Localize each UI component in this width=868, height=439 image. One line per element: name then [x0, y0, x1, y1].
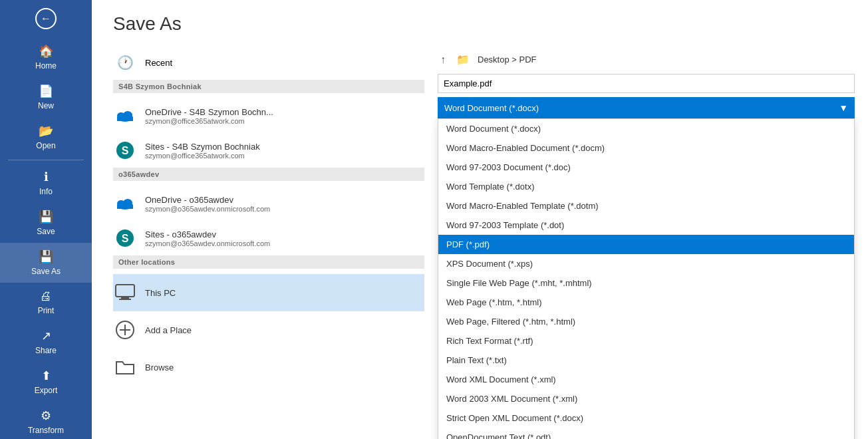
save-as-icon: 💾 [39, 249, 53, 264]
filetype-select-container: Word Document (*.docx) ▼ Word Document (… [438, 97, 855, 118]
dropdown-item-strict-xml[interactable]: Strict Open XML Document (*.docx) [438, 408, 854, 428]
section-label-o365: o365awdev [113, 168, 424, 181]
location-onedrive-s4b[interactable]: OneDrive - S4B Szymon Bochn... szymon@of… [113, 98, 424, 133]
back-circle-icon: ← [35, 8, 57, 29]
location-name: Browse [145, 363, 174, 372]
dropdown-item-plain-text[interactable]: Plain Text (*.txt) [438, 351, 854, 370]
sites-s4b-text: Sites - S4B Szymon Bochniak szymon@offic… [145, 142, 260, 160]
nav-folder-button[interactable]: 📁 [454, 52, 472, 67]
page-title: Save As [92, 0, 868, 45]
sidebar-item-info[interactable]: ℹ Info [0, 163, 92, 203]
add-place-icon [113, 318, 137, 342]
sidebar-item-label: Transform [28, 426, 64, 435]
location-onedrive-o365[interactable]: OneDrive - o365awdev szymon@o365awdev.on… [113, 186, 424, 221]
svg-text:S: S [122, 145, 129, 156]
dropdown-item-word-macro-template[interactable]: Word Macro-Enabled Template (*.dotm) [438, 196, 854, 216]
location-email: szymon@o365awdev.onmicrosoft.com [145, 205, 270, 213]
dropdown-item-word-97-2003[interactable]: Word 97-2003 Document (*.doc) [438, 158, 854, 177]
print-icon: 🖨 [40, 289, 52, 303]
filetype-dropdown: Word Document (*.docx) Word Macro-Enable… [438, 118, 855, 439]
sidebar-item-label: Save [37, 227, 55, 236]
sidebar-item-label: Home [35, 61, 57, 71]
location-name: OneDrive - S4B Szymon Bochn... [145, 107, 273, 117]
location-sites-o365[interactable]: S Sites - o365awdev szymon@o365awdev.onm… [113, 221, 424, 255]
cloud-icon [113, 104, 137, 128]
home-icon: 🏠 [39, 44, 53, 59]
dropdown-item-pdf[interactable]: PDF (*.pdf) [438, 235, 854, 254]
sharepoint-icon: S [113, 138, 137, 162]
sidebar-item-open[interactable]: 📂 Open [0, 117, 92, 157]
sites-o365-text: Sites - o365awdev szymon@o365awdev.onmic… [145, 229, 270, 247]
filetype-selected-label: Word Document (*.docx) [444, 103, 539, 113]
dropdown-item-xps[interactable]: XPS Document (*.xps) [438, 254, 854, 273]
location-email: szymon@office365atwork.com [145, 117, 273, 125]
export-icon: ⬆ [41, 368, 51, 383]
onedrive-o365-text: OneDrive - o365awdev szymon@o365awdev.on… [145, 195, 270, 213]
save-icon: 💾 [39, 210, 53, 224]
location-name: Sites - S4B Szymon Bochniak [145, 142, 260, 152]
sidebar-item-share[interactable]: ↗ Share [0, 322, 92, 362]
location-name: Sites - o365awdev [145, 229, 270, 239]
svg-rect-13 [121, 297, 129, 299]
sidebar-divider [8, 160, 84, 160]
dropdown-item-rtf[interactable]: Rich Text Format (*.rtf) [438, 331, 854, 351]
section-label-s4b: S4B Szymon Bochniak [113, 80, 424, 93]
breadcrumb-nav: ↑ 📁 Desktop > PDF [438, 52, 855, 67]
svg-rect-9 [117, 205, 133, 209]
filetype-select-button[interactable]: Word Document (*.docx) ▼ [438, 97, 855, 118]
sidebar-item-label: Save As [31, 267, 61, 276]
sidebar-item-label: Export [35, 386, 58, 395]
svg-rect-14 [119, 299, 131, 300]
svg-text:S: S [122, 233, 129, 244]
main-panel: Save As 🕐 Recent S4B Szymon Bochniak [92, 0, 868, 439]
svg-rect-12 [116, 285, 134, 297]
recent-item[interactable]: 🕐 Recent [113, 45, 424, 80]
location-browse[interactable]: Browse [113, 349, 424, 386]
clock-icon: 🕐 [113, 51, 137, 74]
sidebar-item-export[interactable]: ⬆ Export [0, 362, 92, 402]
transform-icon: ⚙ [41, 408, 51, 423]
dropdown-item-web-page[interactable]: Web Page (*.htm, *.html) [438, 293, 854, 312]
dropdown-item-word-template[interactable]: Word Template (*.dotx) [438, 177, 854, 196]
breadcrumb: Desktop > PDF [478, 55, 537, 65]
location-email: szymon@office365atwork.com [145, 152, 260, 160]
dropdown-item-word-docx[interactable]: Word Document (*.docx) [438, 119, 854, 138]
dropdown-item-web-filtered[interactable]: Web Page, Filtered (*.htm, *.html) [438, 312, 854, 331]
info-icon: ℹ [44, 170, 49, 184]
section-label-other: Other locations [113, 255, 424, 269]
location-email: szymon@o365awdev.onmicrosoft.com [145, 239, 270, 247]
location-sites-s4b[interactable]: S Sites - S4B Szymon Bochniak szymon@off… [113, 133, 424, 168]
content-area: 🕐 Recent S4B Szymon Bochniak OneDrive - … [92, 45, 868, 439]
onedrive-s4b-text: OneDrive - S4B Szymon Bochn... szymon@of… [145, 107, 273, 125]
sidebar-item-save[interactable]: 💾 Save [0, 203, 92, 243]
location-name: OneDrive - o365awdev [145, 195, 270, 205]
sidebar-item-transform[interactable]: ⚙ Transform [0, 402, 92, 439]
open-icon: 📂 [39, 124, 53, 138]
share-icon: ↗ [41, 329, 51, 343]
dropdown-item-word-97-template[interactable]: Word 97-2003 Template (*.dot) [438, 216, 854, 235]
filename-input[interactable] [438, 74, 855, 93]
location-add-place[interactable]: Add a Place [113, 311, 424, 349]
sidebar: ← 🏠 Home 📄 New 📂 Open ℹ Info 💾 Save 💾 Sa… [0, 0, 92, 439]
sidebar-item-label: Open [36, 141, 55, 150]
right-panel: ↑ 📁 Desktop > PDF Word Document (*.docx)… [424, 45, 868, 439]
location-this-pc[interactable]: This PC [113, 274, 424, 311]
sidebar-item-new[interactable]: 📄 New [0, 77, 92, 117]
pc-icon [113, 281, 137, 305]
sidebar-item-home[interactable]: 🏠 Home [0, 37, 92, 77]
dropdown-item-word-xml[interactable]: Word XML Document (*.xml) [438, 370, 854, 389]
cloud-icon-2 [113, 192, 137, 216]
location-name: This PC [145, 288, 176, 298]
dropdown-item-word-2003-xml[interactable]: Word 2003 XML Document (*.xml) [438, 389, 854, 408]
sidebar-item-label: New [38, 101, 54, 110]
svg-rect-3 [117, 117, 133, 121]
dropdown-item-odt[interactable]: OpenDocument Text (*.odt) [438, 428, 854, 439]
sidebar-item-print[interactable]: 🖨 Print [0, 283, 92, 322]
recent-label: Recent [145, 58, 172, 68]
dropdown-item-single-web[interactable]: Single File Web Page (*.mht, *.mhtml) [438, 273, 854, 293]
sidebar-item-save-as[interactable]: 💾 Save As [0, 243, 92, 283]
location-name: Add a Place [145, 325, 192, 335]
back-button[interactable]: ← [0, 0, 92, 37]
dropdown-item-word-docm[interactable]: Word Macro-Enabled Document (*.docm) [438, 138, 854, 158]
nav-up-button[interactable]: ↑ [438, 53, 448, 67]
